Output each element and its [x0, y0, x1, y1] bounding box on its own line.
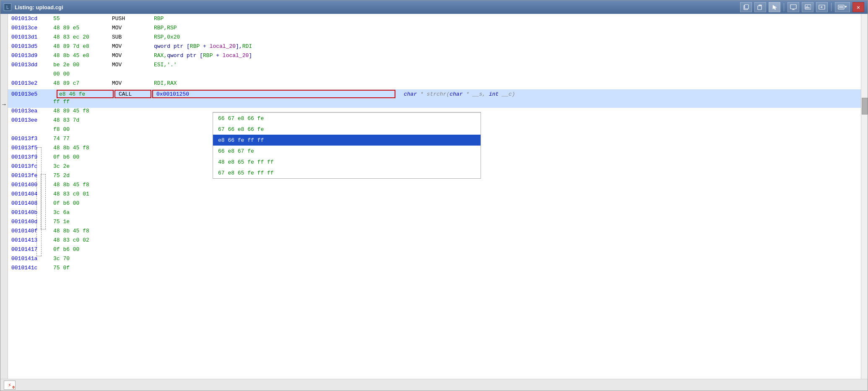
copy-button[interactable] — [740, 2, 752, 12]
bytes-0010141c: 75 0f — [53, 265, 112, 271]
line-001013cd: 001013cd 55 PUSH RBP — [8, 16, 861, 25]
mnemonic-001013d1: SUB — [112, 34, 154, 40]
bytes-001013ce: 48 89 e5 — [53, 25, 112, 31]
status-icon: ⚡ 0 — [4, 381, 16, 390]
bytes-001013fe: 75 2d — [53, 172, 112, 179]
dropdown-item-4[interactable]: 48 e8 65 fe ff ff — [213, 156, 481, 167]
bytes-001013d5: 48 89 7d e8 — [53, 43, 112, 50]
svg-rect-1 — [745, 5, 748, 9]
line-continuation-1: 00 00 — [8, 71, 861, 80]
mnemonic-001013ce: MOV — [112, 25, 154, 31]
bytes-cont1: 00 00 — [53, 71, 112, 77]
line-00101417: 00101417 0f b6 00 — [8, 246, 861, 255]
bytes-001013dd: be 2e 00 — [53, 62, 112, 68]
bytes-001013f9: 0f b6 00 — [53, 154, 112, 160]
addr-001013ce: 001013ce — [11, 25, 53, 31]
bytes-0010140b: 3c 6a — [53, 209, 112, 216]
addr-001013d1: 001013d1 — [11, 34, 53, 40]
call-bytes-box: e8 46 fe — [57, 90, 114, 98]
dropdown-button[interactable]: ▼ — [835, 2, 850, 12]
addr-001013d5: 001013d5 — [11, 43, 53, 50]
toolbar-separator-2 — [831, 3, 832, 11]
bytes-00101400: 48 8b 45 f8 — [53, 182, 112, 188]
bytes-001013ee: 48 83 7d — [53, 117, 112, 123]
svg-rect-2 — [758, 6, 761, 10]
addr-00101408: 00101408 — [11, 200, 53, 206]
bytes-0010140d: 75 1e — [53, 219, 112, 225]
listing-content: 001013cd 55 PUSH RBP 001013ce 48 89 e5 M… — [8, 14, 861, 276]
operands-001013ce: RBP,RSP — [154, 25, 177, 31]
operands-001013d1: RSP,0x20 — [154, 34, 180, 40]
chart-button[interactable] — [802, 2, 813, 12]
bytes-001013f5: 48 8b 45 f8 — [53, 145, 112, 151]
line-001013e2: 001013e2 48 89 c7 MOV RDI,RAX — [8, 80, 861, 89]
bytes-00101413: 48 83 c0 02 — [53, 237, 112, 243]
line-cont-ff: ff ff — [8, 99, 861, 108]
bytes-001013f3: 74 77 — [53, 136, 112, 142]
dropdown-item-2-selected[interactable]: e8 66 fe ff ff — [213, 135, 481, 146]
svg-rect-3 — [759, 5, 761, 6]
operands-001013cd: RBP — [154, 16, 164, 22]
scrollbar-thumb[interactable] — [862, 98, 868, 115]
line-0010140f: 0010140f 48 8b 45 f8 — [8, 228, 861, 237]
bytes-00101408: 0f b6 00 — [53, 200, 112, 206]
addr-001013f5: 001013f5 — [11, 145, 53, 151]
operands-001013dd: ESI,'.' — [154, 62, 177, 68]
line-00101400: 00101400 48 8b 45 f8 — [8, 182, 861, 191]
dropdown-item-1[interactable]: 67 66 e8 66 fe — [213, 124, 481, 135]
call-comment: char * strchr(char * __s, int __c) — [404, 91, 515, 97]
titlebar: L Listing: upload.cgi — [0, 0, 868, 14]
call-target-box: 0x00101250 — [152, 90, 395, 98]
line-00101413: 00101413 48 83 c0 02 — [8, 237, 861, 246]
addr-001013d9: 001013d9 — [11, 52, 53, 59]
call-mnemonic-box: CALL — [114, 90, 151, 98]
mnemonic-001013e2: MOV — [112, 80, 154, 86]
call-line-001013e5: 001013e5 e8 46 fe CALL 0x00101250 char *… — [8, 89, 861, 99]
cursor-button[interactable] — [769, 2, 780, 12]
bytes-001013ea: 48 89 45 f8 — [53, 108, 112, 114]
addr-00101417: 00101417 — [11, 246, 53, 253]
bytes-001013cd: 55 — [53, 16, 112, 22]
dropdown-item-0[interactable]: 66 67 e8 66 fe — [213, 113, 481, 124]
line-001013dd: 001013dd be 2e 00 MOV ESI,'.' — [8, 62, 861, 71]
autocomplete-dropdown[interactable]: 66 67 e8 66 fe 67 66 e8 66 fe e8 66 fe f… — [213, 112, 481, 179]
addr-00101404: 00101404 — [11, 191, 53, 197]
line-00101404: 00101404 48 83 c0 01 — [8, 191, 861, 200]
display-button[interactable] — [787, 2, 799, 12]
close-button[interactable]: ✕ — [852, 2, 864, 12]
export-button[interactable] — [816, 2, 828, 12]
dropdown-item-5[interactable]: 67 e8 65 fe ff ff — [213, 167, 481, 178]
addr-001013f3: 001013f3 — [11, 136, 53, 142]
mnemonic-001013dd: MOV — [112, 62, 154, 68]
addr-001013ea: 001013ea — [11, 108, 53, 114]
status-bar: ⚡ 0 — [0, 379, 868, 391]
bytes-00101417: 0f b6 00 — [53, 246, 112, 253]
paste-button[interactable] — [754, 2, 766, 12]
bytes-cont-ff: ff ff — [53, 99, 112, 105]
window-title: Listing: upload.cgi — [15, 4, 63, 10]
addr-0010141c: 0010141c — [11, 265, 53, 271]
vertical-scrollbar[interactable] — [861, 14, 868, 379]
addr-0010141a: 0010141a — [11, 255, 53, 262]
svg-rect-4 — [790, 5, 796, 9]
bytes-0010140f: 48 8b 45 f8 — [53, 228, 112, 234]
mnemonic-001013d9: MOV — [112, 52, 154, 59]
call-addr: 001013e5 — [11, 91, 53, 97]
mnemonic-001013cd: PUSH — [112, 16, 154, 22]
bytes-001013fc: 3c 2e — [53, 163, 112, 169]
addr-00101413: 00101413 — [11, 237, 53, 243]
listing-area[interactable]: 001013cd 55 PUSH RBP 001013ce 48 89 e5 M… — [8, 14, 861, 379]
dropdown-item-3[interactable]: 66 e8 67 fe — [213, 146, 481, 156]
addr-00101400: 00101400 — [11, 182, 53, 188]
window-icon: L — [4, 3, 11, 11]
mnemonic-001013d5: MOV — [112, 43, 154, 50]
addr-001013fc: 001013fc — [11, 163, 53, 169]
addr-0010140b: 0010140b — [11, 209, 53, 216]
line-001013d1: 001013d1 48 83 ec 20 SUB RSP,0x20 — [8, 34, 861, 43]
operands-001013d5: qword ptr [RBP + local_20],RDI — [154, 43, 252, 50]
dropdown-list: 66 67 e8 66 fe 67 66 e8 66 fe e8 66 fe f… — [213, 112, 481, 178]
status-counter: 0 — [13, 386, 15, 390]
addr-001013dd: 001013dd — [11, 62, 53, 68]
bytes-00101404: 48 83 c0 01 — [53, 191, 112, 197]
titlebar-left: L Listing: upload.cgi — [4, 3, 63, 11]
